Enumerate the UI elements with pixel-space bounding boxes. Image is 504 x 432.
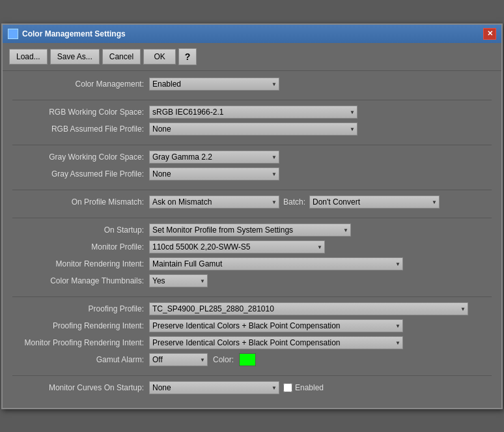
gamut-controls: Off Color: — [149, 353, 256, 366]
divider-5 — [12, 296, 492, 297]
monitor-proofing-label: Monitor Proofing Rendering Intent: — [12, 338, 149, 347]
dialog-title: Color Management Settings — [22, 29, 126, 38]
cancel-button[interactable]: Cancel — [102, 49, 141, 65]
color-thumbnails-row: Color Manage Thumbnails: Yes — [12, 274, 492, 287]
monitor-curves-select[interactable]: None — [149, 381, 279, 394]
color-label: Color: — [213, 355, 234, 364]
gamut-alarm-row: Gamut Alarm: Off Color: — [12, 353, 492, 366]
divider-2 — [12, 145, 492, 145]
startup-select-wrapper[interactable]: Set Monitor Profile from System Settings — [149, 223, 351, 237]
enabled-checkbox-wrapper[interactable]: Enabled — [283, 383, 324, 392]
monitor-profile-select-wrapper[interactable]: 110cd 5500K 2,20-SWW-S5 — [149, 240, 325, 253]
monitor-curves-controls: None Enabled — [149, 381, 492, 394]
close-button[interactable]: ✕ — [483, 28, 496, 40]
mismatch-select[interactable]: Ask on Mismatch — [149, 195, 279, 209]
profile-mismatch-controls: Ask on Mismatch Batch: Don't Convert — [149, 195, 492, 209]
divider-4 — [12, 218, 492, 218]
rgb-assumed-label: RGB Assumed File Profile: — [12, 124, 149, 134]
proofing-profile-select[interactable]: TC_SP4900_PL285_2880_281010 — [149, 302, 468, 315]
color-management-row: Color Management: Enabled — [12, 78, 492, 91]
ok-button[interactable]: OK — [143, 49, 176, 65]
proofing-profile-label: Proofing Profile: — [12, 304, 149, 313]
monitor-rendering-select[interactable]: Maintain Full Gamut — [149, 257, 403, 270]
monitor-curves-select-wrapper[interactable]: None — [149, 381, 279, 394]
gray-assumed-label: Gray Assumed File Profile: — [12, 169, 149, 179]
load-button[interactable]: Load... — [9, 49, 48, 65]
gray-assumed-select[interactable]: None — [149, 167, 279, 180]
divider-1 — [12, 100, 492, 100]
dialog: Color Management Settings ✕ Load... Save… — [1, 23, 503, 409]
startup-row: On Startup: Set Monitor Profile from Sys… — [12, 223, 492, 237]
toolbar: Load... Save As... Cancel OK ? — [3, 43, 501, 71]
dialog-icon — [8, 29, 18, 39]
gray-assumed-select-wrapper[interactable]: None — [149, 167, 279, 180]
monitor-curves-row: Monitor Curves On Startup: None Enabled — [12, 381, 492, 394]
color-thumbnails-select-wrapper[interactable]: Yes — [149, 274, 208, 287]
proofing-profile-row: Proofing Profile: TC_SP4900_PL285_2880_2… — [12, 302, 492, 315]
batch-label: Batch: — [283, 197, 305, 207]
rgb-working-select-wrapper[interactable]: sRGB IEC61966-2.1 — [149, 106, 357, 119]
title-bar: Color Management Settings ✕ — [3, 25, 501, 43]
rgb-assumed-row: RGB Assumed File Profile: None — [12, 122, 492, 136]
profile-mismatch-label: On Profile Mismatch: — [12, 197, 149, 207]
gamut-select-wrapper[interactable]: Off — [149, 353, 208, 366]
startup-select[interactable]: Set Monitor Profile from System Settings — [149, 223, 351, 237]
gamut-color-swatch[interactable] — [239, 353, 256, 366]
gray-working-select[interactable]: Gray Gamma 2.2 — [149, 151, 279, 164]
proofing-rendering-select[interactable]: Preserve Identical Colors + Black Point … — [149, 319, 403, 332]
proofing-rendering-label: Proofing Rendering Intent: — [12, 321, 149, 330]
rgb-working-row: RGB Working Color Space: sRGB IEC61966-2… — [12, 106, 492, 119]
batch-select[interactable]: Don't Convert — [309, 195, 440, 209]
color-management-label: Color Management: — [12, 79, 149, 89]
gamut-alarm-select[interactable]: Off — [149, 353, 208, 366]
gray-assumed-row: Gray Assumed File Profile: None — [12, 167, 492, 180]
rgb-assumed-select[interactable]: None — [149, 122, 357, 136]
mismatch-select-wrapper[interactable]: Ask on Mismatch — [149, 195, 279, 209]
divider-6 — [12, 375, 492, 376]
proofing-profile-select-wrapper[interactable]: TC_SP4900_PL285_2880_281010 — [149, 302, 468, 315]
gray-working-row: Gray Working Color Space: Gray Gamma 2.2 — [12, 151, 492, 164]
content: Color Management: Enabled RGB Working Co… — [3, 71, 501, 408]
startup-label: On Startup: — [12, 225, 149, 235]
monitor-rendering-label: Monitor Rendering Intent: — [12, 259, 149, 268]
profile-mismatch-row: On Profile Mismatch: Ask on Mismatch Bat… — [12, 195, 492, 209]
title-bar-left: Color Management Settings — [8, 29, 126, 39]
color-thumbnails-label: Color Manage Thumbnails: — [12, 276, 149, 285]
rgb-assumed-select-wrapper[interactable]: None — [149, 122, 357, 136]
enabled-checkbox[interactable] — [283, 383, 292, 392]
monitor-profile-label: Monitor Profile: — [12, 242, 149, 252]
help-button[interactable]: ? — [178, 48, 197, 65]
color-thumbnails-select[interactable]: Yes — [149, 274, 208, 287]
gamut-alarm-label: Gamut Alarm: — [12, 355, 149, 364]
batch-select-wrapper[interactable]: Don't Convert — [309, 195, 440, 209]
monitor-profile-select[interactable]: 110cd 5500K 2,20-SWW-S5 — [149, 240, 325, 253]
monitor-profile-row: Monitor Profile: 110cd 5500K 2,20-SWW-S5 — [12, 240, 492, 253]
monitor-proofing-select[interactable]: Preserve Identical Colors + Black Point … — [149, 336, 403, 349]
gray-working-label: Gray Working Color Space: — [12, 152, 149, 162]
monitor-curves-label: Monitor Curves On Startup: — [12, 383, 149, 392]
monitor-rendering-select-wrapper[interactable]: Maintain Full Gamut — [149, 257, 403, 270]
proofing-rendering-row: Proofing Rendering Intent: Preserve Iden… — [12, 319, 492, 332]
proofing-rendering-select-wrapper[interactable]: Preserve Identical Colors + Black Point … — [149, 319, 403, 332]
rgb-working-label: RGB Working Color Space: — [12, 108, 149, 117]
save-as-button[interactable]: Save As... — [50, 49, 100, 65]
monitor-rendering-row: Monitor Rendering Intent: Maintain Full … — [12, 257, 492, 270]
color-management-select[interactable]: Enabled — [149, 78, 279, 91]
rgb-working-select[interactable]: sRGB IEC61966-2.1 — [149, 106, 357, 119]
color-management-select-wrapper[interactable]: Enabled — [149, 78, 279, 91]
divider-3 — [12, 190, 492, 190]
enabled-label: Enabled — [295, 383, 324, 392]
monitor-proofing-select-wrapper[interactable]: Preserve Identical Colors + Black Point … — [149, 336, 403, 349]
gray-working-select-wrapper[interactable]: Gray Gamma 2.2 — [149, 151, 279, 164]
monitor-proofing-row: Monitor Proofing Rendering Intent: Prese… — [12, 336, 492, 349]
